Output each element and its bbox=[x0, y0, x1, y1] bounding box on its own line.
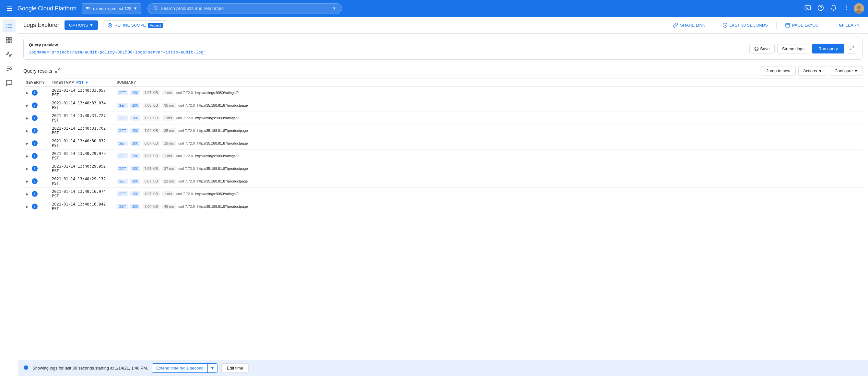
row-method: GET bbox=[117, 191, 128, 196]
results-title-text: Query results bbox=[23, 68, 52, 73]
extend-time-button[interactable]: Extend time by: 1 second ▼ bbox=[152, 363, 217, 373]
row-info-icon: i bbox=[32, 166, 38, 171]
row-summary: GET 200 7.05 KiB 37 ms curl 7.72.0 http:… bbox=[114, 162, 863, 175]
row-expand-icon[interactable]: ▶ bbox=[26, 205, 29, 209]
app-logo: Google Cloud Platform bbox=[18, 5, 76, 12]
row-time: 22 ms bbox=[162, 179, 176, 184]
table-row[interactable]: ▶ i 2021-01-14 13:40:30.832 PST GET 200 … bbox=[23, 137, 863, 150]
row-timestamp: 2021-01-14 13:40:33.057 PST bbox=[49, 87, 114, 99]
row-summary: GET 200 1.97 KiB 2 ms curl 7.72.0 http:/… bbox=[114, 112, 863, 124]
query-actions: Save Stream logs Run query bbox=[749, 44, 857, 54]
sidebar-item-metrics[interactable] bbox=[3, 48, 16, 61]
row-severity: ▶ i bbox=[23, 112, 49, 124]
stream-label: Stream logs bbox=[782, 46, 804, 51]
table-row[interactable]: ▶ i 2021-01-14 13:40:31.727 PST GET 200 … bbox=[23, 112, 863, 124]
sidebar-item-dashboard[interactable] bbox=[3, 34, 16, 47]
table-row[interactable]: ▶ i 2021-01-14 13:40:16.974 PST GET 200 … bbox=[23, 188, 863, 200]
row-url: http://35.188.81.87/productpage bbox=[197, 205, 248, 209]
table-row[interactable]: ▶ i 2021-01-14 13:40:16.942 PST GET 200 … bbox=[23, 200, 863, 213]
share-link-button[interactable]: SHARE LINK bbox=[670, 21, 708, 30]
expand-button[interactable] bbox=[847, 44, 857, 54]
help-icon[interactable] bbox=[815, 2, 827, 15]
log-table-body: ▶ i 2021-01-14 13:40:33.057 PST GET 200 … bbox=[23, 87, 863, 213]
row-info-icon: i bbox=[32, 191, 38, 197]
save-label: Save bbox=[760, 46, 770, 51]
table-row[interactable]: ▶ i 2021-01-14 13:40:33.034 PST GET 200 … bbox=[23, 99, 863, 112]
search-dropdown-icon[interactable]: ▼ bbox=[333, 6, 336, 11]
options-button[interactable]: OPTIONS ▼ bbox=[64, 21, 98, 30]
search-bar[interactable]: ▼ bbox=[148, 3, 342, 14]
more-options-icon[interactable] bbox=[841, 2, 852, 15]
svg-point-1 bbox=[88, 7, 90, 9]
svg-point-10 bbox=[846, 9, 847, 10]
learn-button[interactable]: LEARN bbox=[835, 21, 863, 30]
row-size: 7.05 KiB bbox=[143, 166, 160, 171]
expand-icon bbox=[850, 46, 855, 51]
row-summary: GET 200 1.97 KiB 1 ms curl 7.72.0 http:/… bbox=[114, 87, 863, 99]
hamburger-icon[interactable]: ☰ bbox=[4, 2, 15, 15]
row-expand-icon[interactable]: ▶ bbox=[26, 192, 29, 196]
row-method: GET bbox=[117, 103, 128, 108]
col-header-severity: SEVERITY bbox=[23, 79, 49, 87]
row-status: 200 bbox=[130, 128, 140, 133]
refine-scope-button[interactable]: REFINE SCOPE Project bbox=[103, 21, 167, 30]
terminal-icon[interactable] bbox=[802, 2, 813, 15]
row-info-icon: i bbox=[32, 102, 38, 108]
search-input[interactable] bbox=[161, 6, 333, 11]
project-name: example-project-123 bbox=[93, 6, 132, 11]
configure-label: Configure bbox=[835, 68, 853, 73]
learn-icon bbox=[838, 23, 844, 28]
actions-button[interactable]: Actions ▼ bbox=[798, 66, 827, 75]
row-agent: curl 7.72.0 bbox=[176, 91, 193, 95]
row-expand-icon[interactable]: ▶ bbox=[26, 129, 29, 132]
row-time: 35 ms bbox=[162, 128, 176, 133]
row-expand-icon[interactable]: ▶ bbox=[26, 180, 29, 183]
options-chevron-icon: ▼ bbox=[89, 23, 94, 28]
save-button[interactable]: Save bbox=[749, 44, 775, 54]
extend-dropdown-icon[interactable]: ▼ bbox=[208, 364, 217, 372]
table-row[interactable]: ▶ i 2021-01-14 13:40:29.132 PST GET 200 … bbox=[23, 175, 863, 188]
svg-rect-33 bbox=[786, 23, 789, 27]
row-agent: curl 7.72.0 bbox=[178, 179, 195, 183]
table-row[interactable]: ▶ i 2021-01-14 13:40:31.702 PST GET 200 … bbox=[23, 124, 863, 137]
svg-line-36 bbox=[852, 46, 854, 48]
table-row[interactable]: ▶ i 2021-01-14 13:40:29.952 PST GET 200 … bbox=[23, 162, 863, 175]
svg-line-37 bbox=[850, 49, 852, 50]
notifications-icon[interactable] bbox=[828, 2, 839, 15]
options-label: OPTIONS bbox=[69, 23, 88, 28]
sidebar-item-traces[interactable] bbox=[3, 62, 16, 75]
configure-button[interactable]: Configure ▼ bbox=[830, 66, 863, 75]
bottom-info-icon: i bbox=[23, 365, 29, 372]
row-agent: curl 7.72.0 bbox=[176, 192, 193, 196]
last-30-seconds-button[interactable]: LAST 30 SECONDS bbox=[719, 21, 771, 30]
row-expand-icon[interactable]: ▶ bbox=[26, 154, 29, 158]
avatar[interactable] bbox=[854, 3, 864, 13]
clock-icon bbox=[722, 23, 727, 28]
table-row[interactable]: ▶ i 2021-01-14 13:40:33.057 PST GET 200 … bbox=[23, 87, 863, 99]
row-expand-icon[interactable]: ▶ bbox=[26, 116, 29, 120]
edit-time-button[interactable]: Edit time bbox=[221, 363, 249, 373]
extend-label[interactable]: Extend time by: 1 second bbox=[152, 364, 208, 372]
row-expand-icon[interactable]: ▶ bbox=[26, 91, 29, 95]
row-expand-icon[interactable]: ▶ bbox=[26, 142, 29, 145]
row-expand-icon[interactable]: ▶ bbox=[26, 104, 29, 107]
sidebar-item-alerts[interactable] bbox=[3, 76, 16, 90]
layout-icon bbox=[785, 23, 790, 28]
share-label: SHARE LINK bbox=[680, 23, 705, 28]
search-icon bbox=[153, 5, 158, 12]
log-table-container[interactable]: SEVERITY TIMESTAMP PST ▼ SUMMARY ▶ i 202… bbox=[23, 78, 863, 360]
run-query-button[interactable]: Run query bbox=[812, 44, 844, 54]
expand-results-icon[interactable] bbox=[55, 67, 61, 74]
row-expand-icon[interactable]: ▶ bbox=[26, 167, 29, 170]
row-timestamp: 2021-01-14 13:40:29.132 PST bbox=[49, 175, 114, 188]
table-row[interactable]: ▶ i 2021-01-14 13:40:29.979 PST GET 200 … bbox=[23, 150, 863, 162]
sidebar-item-logs[interactable] bbox=[3, 20, 16, 32]
project-selector[interactable]: example-project-123 ▼ bbox=[82, 3, 141, 14]
col-header-timestamp[interactable]: TIMESTAMP PST ▼ bbox=[49, 79, 114, 87]
row-severity: ▶ i bbox=[23, 200, 49, 213]
jump-to-now-button[interactable]: Jump to now bbox=[761, 66, 796, 75]
row-size: 7.04 KiB bbox=[143, 128, 160, 133]
svg-rect-4 bbox=[805, 5, 811, 10]
stream-logs-button[interactable]: Stream logs bbox=[777, 44, 809, 54]
page-layout-button[interactable]: PAGE LAYOUT bbox=[782, 21, 825, 30]
